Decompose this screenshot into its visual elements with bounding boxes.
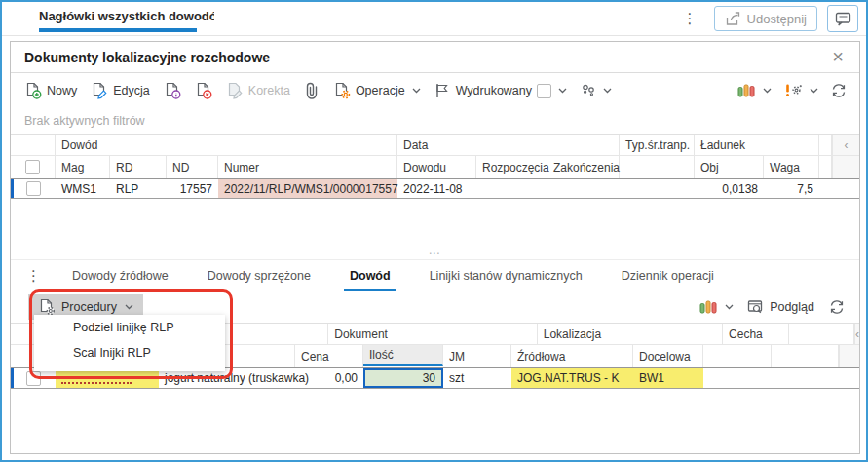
header-rail (832, 156, 859, 178)
app-window: Nagłówki wszystkich dowodów ⋮ Udostępnij… (0, 0, 868, 462)
chevron-down-icon (125, 304, 133, 310)
active-tab-underline (39, 28, 197, 32)
group-ladunek: Ładunek (695, 135, 819, 155)
tab-dowody-sprzezone[interactable]: Dowody sprzężone (188, 260, 330, 291)
column-header-rd[interactable]: RD (110, 156, 167, 178)
cell-blank (772, 368, 839, 388)
printed-filter-label: Wydrukowany (456, 84, 532, 97)
document-row[interactable]: WMS1 RLP 17557 2022/11/RLP/WMS1/00000175… (11, 179, 859, 199)
collapse-panel-chevron[interactable]: ‹ (832, 135, 859, 155)
refresh-icon[interactable] (828, 299, 846, 315)
share-button[interactable]: Udostępnij (714, 6, 817, 31)
preview-button-label: Podgląd (770, 300, 814, 314)
tab-dowod[interactable]: Dowód (330, 260, 410, 291)
main-toolbar: Nowy Edycja (11, 73, 859, 108)
refresh-icon[interactable] (830, 83, 848, 98)
edit-button[interactable]: Edycja (91, 82, 150, 99)
menu-item-scal-linijki-rlp[interactable]: Scal lnijki RLP (34, 340, 225, 366)
column-header-typ-blank (620, 156, 695, 178)
group-cecha: Cecha (723, 324, 789, 344)
bar-chart-icon (737, 83, 756, 98)
document-delete-button[interactable] (195, 82, 212, 99)
column-header-rozpoczecia[interactable]: Rozpoczęcia (476, 156, 547, 178)
cell-lokalizacja-docelowa: BW1 (633, 368, 703, 388)
column-header-nd[interactable]: ND (167, 156, 218, 178)
group-data: Data (397, 135, 620, 155)
column-header-ilosc[interactable]: Ilość (363, 345, 443, 366)
cell-waga: 7,5 (764, 179, 819, 198)
printed-checkbox[interactable] (537, 84, 551, 98)
document-info-button[interactable] (164, 82, 181, 99)
column-header-mag[interactable]: Mag (56, 156, 110, 178)
column-header-zrodlowa[interactable]: Źródłowa (511, 345, 633, 367)
column-header-cena[interactable]: Cena (295, 345, 363, 367)
chevron-down-icon (558, 88, 567, 94)
share-icon (725, 12, 741, 26)
comment-icon (835, 12, 851, 26)
chevron-down-icon (763, 88, 772, 94)
comment-button[interactable] (827, 5, 858, 32)
header-rail (839, 345, 859, 367)
document-add-icon (24, 82, 42, 99)
row-checkbox[interactable] (26, 371, 41, 386)
cell-article-code-obscured (56, 368, 159, 388)
operations-button[interactable]: Operacje (333, 82, 421, 99)
cell-obj: 0,0138 (695, 179, 764, 198)
alerts-settings-button[interactable] (783, 83, 818, 98)
cell-jm: szt (443, 368, 511, 388)
tab-naglowki-wszystkich-dowodow[interactable]: Nagłówki wszystkich dowodów (39, 9, 214, 23)
share-button-label: Udostępnij (747, 12, 807, 26)
new-button[interactable]: Nowy (24, 82, 77, 99)
cell-cena: 0,00 (295, 368, 363, 388)
select-all-checkbox[interactable] (25, 160, 40, 174)
cell-ilosc-selected[interactable]: 30 (363, 368, 443, 388)
tab-dowody-zrodlowe[interactable]: Dowody źródłowe (53, 260, 188, 291)
printed-filter[interactable]: Wydrukowany (434, 83, 567, 98)
group-blank (789, 324, 854, 344)
steps-filter[interactable] (581, 83, 612, 98)
menu-item-podziel-linijke-rlp[interactable]: Podziel linijkę RLP (34, 315, 225, 340)
cell-typ (620, 179, 695, 198)
row-checkbox[interactable] (26, 181, 41, 196)
tabs-menu-icon[interactable]: ⋮ (20, 267, 53, 285)
attachments-button[interactable] (304, 82, 320, 99)
bar-chart-icon (699, 299, 718, 315)
row-checkbox-cell (11, 368, 56, 388)
column-header-zakonczenia[interactable]: Zakończenia (547, 156, 620, 178)
group-dokument: Dokument (328, 324, 537, 344)
chart-view-button[interactable] (737, 83, 772, 98)
top-tab-bar: Nagłówki wszystkich dowodów ⋮ Udostępnij (2, 2, 866, 36)
active-filters-bar[interactable]: Brak aktywnych filtrów (11, 108, 859, 134)
detail-row[interactable]: jogurt naturalny (truskawka) 0,00 30 szt… (11, 368, 859, 389)
cell-data-dowodu: 2022-11-08 (397, 179, 476, 198)
documents-grid: Dowód Data Typ.śr.tranp. Ładunek ‹ Mag R… (11, 134, 859, 199)
tab-dziennik-operacji[interactable]: Dziennik operacji (602, 260, 734, 291)
document-gear-icon (38, 298, 56, 316)
column-header-jm[interactable]: JM (443, 345, 511, 367)
chevron-down-icon (810, 88, 818, 94)
preview-window-icon (747, 299, 765, 315)
tab-linijki-stanow-dynamicznych[interactable]: Linijki stanów dynamicznych (410, 260, 602, 291)
correction-button[interactable]: Korekta (226, 82, 290, 99)
column-header-docelowa[interactable]: Docelowa (633, 345, 703, 367)
column-header-numer[interactable]: Numer (218, 156, 397, 178)
cell-mag: WMS1 (56, 179, 110, 198)
more-menu-icon[interactable]: ⋮ (677, 8, 704, 29)
column-header-waga[interactable]: Waga (764, 156, 819, 178)
detail-tabs: ⋮ Dowody źródłowe Dowody sprzężone Dowód… (11, 259, 859, 291)
splitter-handle[interactable]: ⋯ (11, 248, 859, 259)
group-typ-sr-tranp: Typ.śr.tranp. (620, 135, 695, 155)
column-header-obj[interactable]: Obj (695, 156, 764, 178)
preview-button[interactable]: Podgląd (747, 299, 814, 315)
cell-lokalizacja-zrodlowa: JOG.NAT.TRUS - K (511, 368, 633, 388)
document-delete-icon (195, 82, 212, 99)
group-blank (819, 135, 832, 155)
chart-view-button-detail[interactable] (699, 299, 734, 315)
documents-grid-group-header: Dowód Data Typ.śr.tranp. Ładunek ‹ (11, 135, 859, 156)
collapse-panel-chevron[interactable]: ‹ (854, 324, 859, 344)
group-dowod: Dowód (56, 135, 397, 155)
column-header-dowodu[interactable]: Dowodu (397, 156, 476, 178)
operations-button-label: Operacje (356, 84, 405, 97)
close-icon[interactable]: × (828, 46, 848, 68)
footprints-icon (581, 83, 596, 98)
